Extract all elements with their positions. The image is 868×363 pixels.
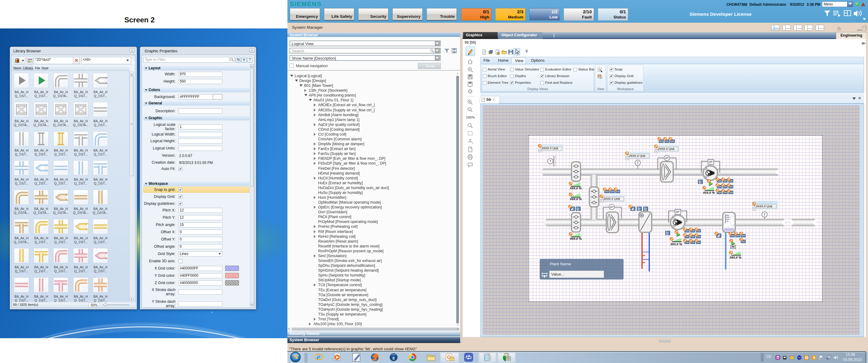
svg-text:ΔP: ΔP — [709, 160, 712, 163]
svg-text:T: T — [637, 161, 639, 164]
svg-text:ΔP: ΔP — [610, 205, 614, 208]
svg-text:8: 8 — [393, 356, 395, 361]
svg-text:ΔP: ΔP — [676, 210, 680, 213]
svg-text:O: O — [805, 356, 808, 359]
svg-text:N: N — [777, 356, 779, 359]
svg-text:ΔP: ΔP — [665, 156, 669, 159]
svg-text:T: T — [550, 160, 551, 163]
svg-text:T: T — [764, 213, 766, 216]
